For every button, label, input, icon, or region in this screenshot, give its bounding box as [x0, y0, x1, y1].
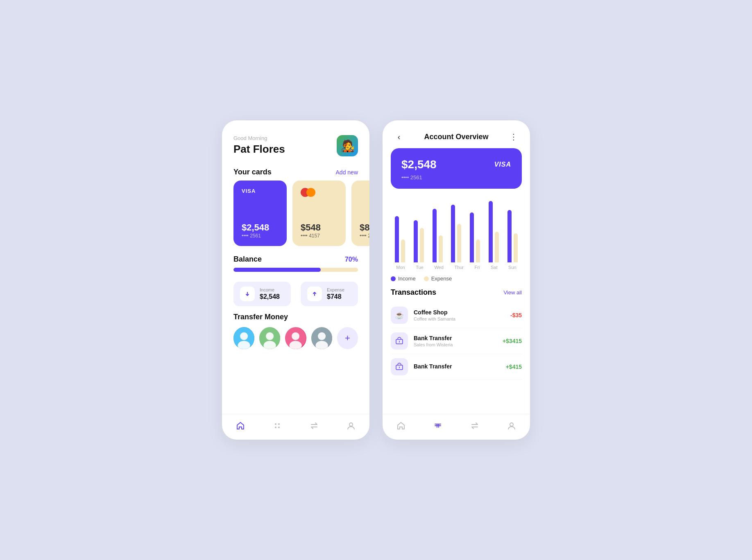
view-all-button[interactable]: View all [503, 289, 522, 296]
nav2-profile[interactable] [506, 420, 517, 431]
transaction-1-info: Coffee Shop Coffee with Samanta [414, 309, 505, 321]
expense-bar-sat [495, 232, 499, 262]
chart-bars [391, 197, 522, 262]
income-bar-wed [433, 209, 437, 262]
chart-label-thur: Thur [454, 265, 464, 270]
transaction-2-info: Bank Transfer Sales from Wisteria [414, 335, 497, 347]
cards-scroll: VISA $2,548 •••• 2561 $548 •••• 4157 [222, 181, 369, 253]
transfer-section: Transfer Money [222, 313, 369, 356]
svg-point-16 [349, 423, 353, 426]
nav-grid[interactable] [272, 420, 283, 431]
account-amount: $2,548 [401, 158, 437, 171]
expense-amount: $748 [327, 293, 344, 300]
chart-label-sat: Sat [491, 265, 498, 270]
bar-group-sun [507, 210, 518, 262]
income-legend-dot [391, 276, 396, 281]
contact-2[interactable] [259, 327, 280, 349]
account-number: •••• 2561 [401, 174, 511, 181]
add-contact-button[interactable]: + [337, 327, 358, 349]
transaction-3[interactable]: Bank Transfer +$415 [391, 354, 522, 380]
income-legend: Income [391, 275, 416, 282]
chart-legend: Income Expense [383, 272, 530, 288]
income-label: Income [260, 287, 280, 292]
more-button[interactable]: ⋮ [507, 132, 520, 142]
transaction-3-info: Bank Transfer [414, 363, 500, 370]
transaction-3-icon [391, 358, 408, 375]
income-bar-thur [451, 205, 455, 262]
bar-group-tue [414, 220, 424, 262]
transactions-section: Transactions View all ☕ Coffee Shop Coff… [383, 288, 530, 414]
expense-legend-dot [424, 276, 429, 281]
your-cards-title: Your cards [233, 168, 272, 176]
income-expense-row: Income $2,548 Expense $748 [222, 277, 369, 313]
card-1[interactable]: VISA $2,548 •••• 2561 [233, 181, 287, 246]
svg-point-7 [292, 332, 300, 340]
svg-point-15 [278, 427, 280, 428]
card-3[interactable]: $84 •••• 2 [351, 181, 369, 246]
transaction-1-sub: Coffee with Samanta [414, 316, 505, 321]
transfer-title: Transfer Money [233, 313, 358, 321]
contact-3[interactable] [285, 327, 306, 349]
transactions-title: Transactions [391, 288, 436, 297]
card-2-number: •••• 4157 [301, 233, 337, 239]
screen2-header: ‹ Account Overview ⋮ [383, 120, 530, 148]
expense-icon [307, 287, 322, 301]
chart-label-fri: Fri [475, 265, 480, 270]
transaction-2[interactable]: Bank Transfer Sales from Wisteria +$3415 [391, 328, 522, 354]
transfer-avatars: + [233, 327, 358, 349]
income-bar-fri [470, 212, 474, 262]
chart-label-sun: Sun [508, 265, 516, 270]
bar-group-mon [395, 216, 405, 262]
svg-point-21 [510, 423, 513, 426]
bar-group-sat [489, 201, 499, 262]
transaction-1-amount: -$35 [510, 312, 522, 318]
balance-section: Balance 70% [222, 253, 369, 277]
avatar[interactable]: 🧑‍🎤 [337, 135, 358, 156]
bottom-nav [222, 414, 369, 440]
svg-point-4 [266, 332, 274, 340]
card-3-amount: $84 [360, 222, 369, 233]
nav2-transfer[interactable] [469, 420, 480, 431]
chart-labels: MonTueWedThurFriSatSun [391, 262, 522, 272]
contact-4[interactable] [311, 327, 332, 349]
chart-label-wed: Wed [434, 265, 443, 270]
transaction-3-amount: +$415 [506, 364, 522, 370]
svg-point-12 [275, 423, 276, 425]
progress-bar-fill [233, 268, 321, 272]
transaction-2-name: Bank Transfer [414, 335, 497, 341]
svg-point-10 [318, 332, 326, 340]
income-amount: $2,548 [260, 293, 280, 300]
expense-card: Expense $748 [301, 282, 358, 306]
expense-legend-label: Expense [431, 275, 452, 282]
nav2-home[interactable] [395, 420, 407, 431]
back-button[interactable]: ‹ [392, 132, 405, 142]
expense-bar-tue [420, 228, 424, 262]
card-2-amount: $548 [301, 222, 337, 233]
screen2: ‹ Account Overview ⋮ $2,548 VISA •••• 25… [383, 120, 530, 440]
mastercard-logo [301, 188, 337, 197]
nav-home[interactable] [235, 420, 246, 431]
svg-point-1 [240, 332, 248, 340]
expense-bar-wed [439, 235, 443, 262]
nav2-grid[interactable] [432, 420, 444, 431]
svg-point-14 [275, 427, 276, 428]
balance-title: Balance [233, 255, 262, 264]
nav-transfer[interactable] [308, 420, 320, 431]
card-2[interactable]: $548 •••• 4157 [292, 181, 346, 246]
svg-point-13 [278, 423, 280, 425]
income-bar-sat [489, 201, 493, 262]
contact-1[interactable] [233, 327, 254, 349]
card-1-number: •••• 2561 [242, 233, 279, 239]
transaction-3-name: Bank Transfer [414, 363, 500, 370]
account-brand: VISA [494, 161, 511, 168]
add-new-button[interactable]: Add new [336, 169, 358, 176]
transaction-1[interactable]: ☕ Coffee Shop Coffee with Samanta -$35 [391, 303, 522, 328]
transaction-2-sub: Sales from Wisteria [414, 342, 497, 347]
expense-legend: Expense [424, 275, 452, 282]
screen1: Good Morning Pat Flores 🧑‍🎤 Your cards A… [222, 120, 369, 440]
card-1-amount: $2,548 [242, 222, 279, 233]
nav-profile[interactable] [345, 420, 357, 431]
chart-label-tue: Tue [416, 265, 424, 270]
card-1-brand: VISA [242, 188, 279, 194]
account-card[interactable]: $2,548 VISA •••• 2561 [391, 148, 522, 189]
